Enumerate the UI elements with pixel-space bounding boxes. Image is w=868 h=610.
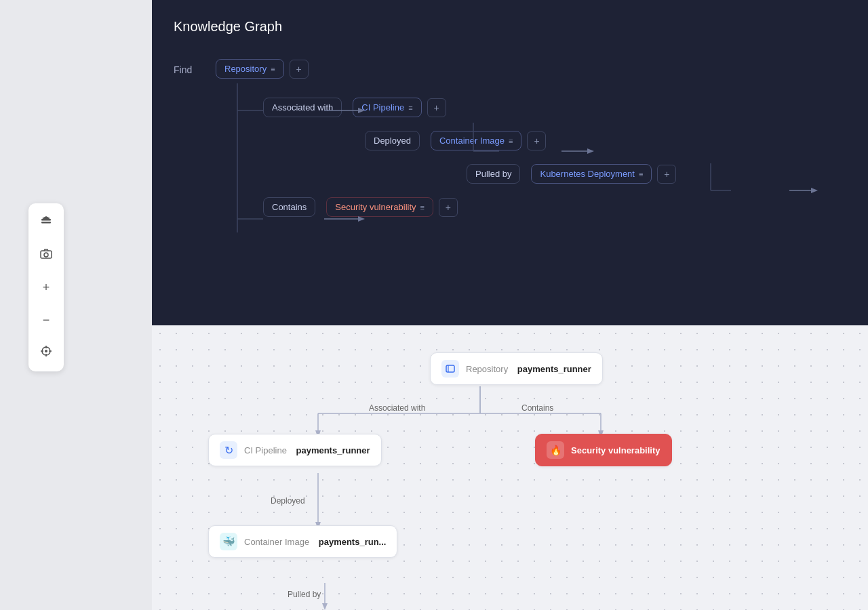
svg-rect-35 (446, 365, 454, 372)
edge-associated-with: Associated with (369, 403, 425, 413)
vuln-node[interactable]: 🔥 Security vulnerability (535, 434, 672, 466)
ci-label-bold: payments_runner (296, 445, 370, 455)
k8s-add-button[interactable]: + (657, 165, 676, 184)
pulled-by-label: Pulled by (475, 169, 511, 179)
ci-pipeline-pill[interactable]: CI Pipeline ≡ (353, 98, 421, 117)
page-title: Knowledge Graph (152, 0, 868, 48)
sidebar: + − (28, 203, 64, 371)
ci-add-button[interactable]: + (427, 98, 446, 117)
camera-icon (40, 247, 52, 262)
security-vuln-label: Security vulnerability (335, 202, 416, 212)
container-icon: 🐳 (220, 533, 237, 550)
root-add-button[interactable]: + (290, 60, 309, 79)
edge-contains: Contains (521, 403, 553, 413)
query-tree: Repository ≡ + (216, 59, 676, 217)
k8s-label: Kubernetes Deployment (540, 169, 634, 179)
svg-rect-1 (41, 222, 51, 224)
contains-label: Contains (272, 202, 307, 212)
vuln-icon: 🔥 (547, 441, 564, 459)
container-image-pill[interactable]: Container Image ≡ (431, 131, 522, 150)
vuln-add-button[interactable]: + (439, 198, 458, 217)
filter-icon-4: ≡ (639, 170, 643, 178)
zoom-out-button[interactable]: − (34, 308, 58, 332)
associated-with-label: Associated with (272, 102, 333, 113)
ci-icon: ↻ (220, 441, 237, 459)
container-node[interactable]: 🐳 Container Image payments_run... (208, 525, 397, 558)
canvas-area: Associated with Contains Deployed Reposi… (152, 325, 868, 610)
edge-pulled-by: Pulled by (288, 590, 321, 599)
repo-label-muted: Repository (466, 364, 511, 374)
container-add-button[interactable]: + (527, 131, 546, 150)
find-label: Find (174, 64, 198, 75)
container-label-bold: payments_run... (319, 537, 387, 547)
repo-icon (441, 360, 459, 378)
svg-marker-38 (322, 603, 328, 610)
deployed-label: Deployed (374, 136, 411, 146)
zoom-in-icon: + (43, 281, 50, 295)
layers-button[interactable] (34, 210, 58, 235)
svg-marker-24 (358, 216, 365, 222)
query-builder: Find Repository ≡ + (152, 48, 868, 228)
contains-pill[interactable]: Contains (263, 197, 315, 217)
ci-label-muted: CI Pipeline (244, 445, 289, 455)
associated-with-pill[interactable]: Associated with (263, 98, 342, 117)
repository-label: Repository (224, 64, 267, 74)
security-vuln-pill[interactable]: Security vulnerability ≡ (326, 197, 433, 217)
vuln-label-bold: Security vulnerability (571, 445, 660, 455)
crosshair-button[interactable] (34, 340, 58, 365)
zoom-out-icon: − (43, 313, 50, 327)
filter-icon: ≡ (271, 65, 275, 73)
k8s-pill[interactable]: Kubernetes Deployment ≡ (531, 164, 652, 184)
crosshair-icon (40, 345, 52, 360)
repo-node[interactable]: Repository payments_runner (430, 352, 603, 385)
filter-icon-3: ≡ (509, 137, 513, 145)
deployed-pill[interactable]: Deployed (365, 131, 420, 150)
svg-point-3 (44, 253, 48, 257)
pulled-by-pill[interactable]: Pulled by (467, 164, 520, 184)
container-image-label: Container Image (439, 136, 505, 146)
repo-label-bold: payments_runner (517, 364, 591, 374)
svg-point-5 (45, 350, 47, 352)
filter-icon-5: ≡ (420, 203, 425, 211)
layers-icon (40, 215, 52, 230)
filter-icon-2: ≡ (408, 104, 412, 112)
root-entity-pill[interactable]: Repository ≡ (216, 59, 284, 79)
ci-node[interactable]: ↻ CI Pipeline payments_runner (208, 434, 382, 466)
zoom-in-button[interactable]: + (34, 275, 58, 300)
top-panel: Knowledge Graph Find Repository ≡ + (152, 0, 868, 325)
container-label-muted: Container Image (244, 537, 312, 547)
edge-deployed: Deployed (271, 496, 305, 506)
ci-pipeline-label: CI Pipeline (361, 102, 404, 113)
svg-marker-22 (811, 188, 818, 193)
camera-button[interactable] (34, 243, 58, 267)
